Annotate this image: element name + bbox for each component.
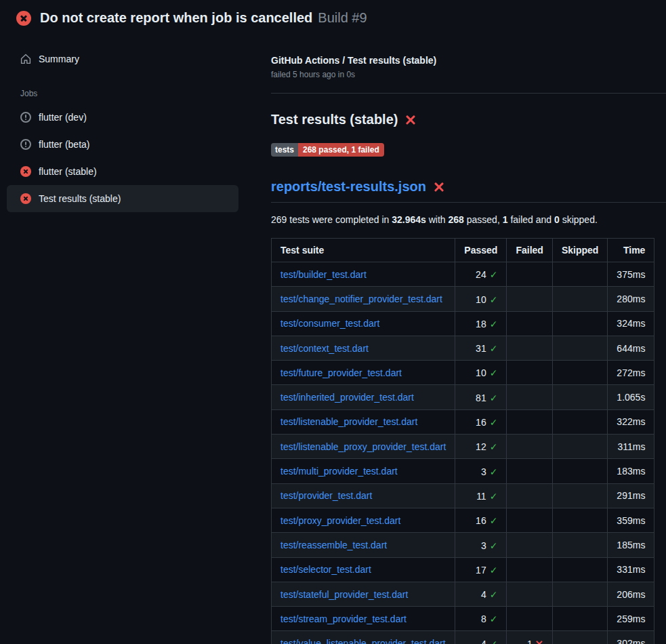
check-icon: ✓ <box>490 317 498 331</box>
time-cell: 324ms <box>608 311 654 336</box>
passed-cell: 3✓ <box>455 533 507 557</box>
table-row: test/provider_test.dart11✓291ms <box>272 483 654 508</box>
test-suite-link[interactable]: test/future_provider_test.dart <box>280 367 402 378</box>
suite-cell: test/change_notifier_provider_test.dart <box>272 287 455 311</box>
summary-prefix: 269 tests were completed in <box>271 214 392 225</box>
test-suite-link[interactable]: test/multi_provider_test.dart <box>280 466 398 477</box>
suite-cell: test/stream_provider_test.dart <box>272 607 455 631</box>
passed-cell: 11✓ <box>455 483 507 508</box>
failed-cell <box>507 557 552 582</box>
test-suite-link[interactable]: test/context_test.dart <box>280 343 369 354</box>
passed-cell: 24✓ <box>455 262 507 287</box>
suite-cell: test/provider_test.dart <box>272 483 455 508</box>
failed-cell <box>507 287 552 311</box>
failed-value: 1 <box>527 637 543 644</box>
skipped-cell <box>552 435 607 459</box>
passed-cell: 17✓ <box>455 557 507 582</box>
build-header: Do not create report when job is cancell… <box>0 0 666 35</box>
table-row: test/reassemble_test.dart3✓185ms <box>272 533 654 557</box>
job-label: flutter (dev) <box>39 112 87 123</box>
table-row: test/stream_provider_test.dart8✓259ms <box>272 607 654 631</box>
test-suite-link[interactable]: test/consumer_test.dart <box>280 318 379 329</box>
section-title: Test results (stable) <box>271 112 666 127</box>
skipped-cell <box>552 631 607 644</box>
passed-cell: 8✓ <box>455 607 507 631</box>
suite-cell: test/stateful_provider_test.dart <box>272 582 455 606</box>
test-suite-link[interactable]: test/value_listenable_provider_test.dart <box>280 638 446 644</box>
summary-duration: 32.964s <box>392 214 426 225</box>
test-suite-link[interactable]: test/provider_test.dart <box>280 490 372 501</box>
passed-cell: 12✓ <box>455 435 507 459</box>
passed-cell: 4✓ <box>455 582 507 606</box>
sidebar-item-flutter-stable[interactable]: flutter (stable) <box>7 158 238 185</box>
skipped-cell <box>552 361 607 385</box>
suite-cell: test/listenable_provider_test.dart <box>272 409 455 434</box>
passed-count: 18 <box>476 317 486 331</box>
header-divider <box>271 93 666 94</box>
suite-cell: test/future_provider_test.dart <box>272 361 455 385</box>
skipped-cell <box>552 311 607 336</box>
failed-cell <box>507 607 552 631</box>
table-row: test/future_provider_test.dart10✓272ms <box>272 361 654 385</box>
summary-failed-suffix: failed and <box>508 214 555 225</box>
time-cell: 331ms <box>608 557 654 582</box>
suite-cell: test/builder_test.dart <box>272 262 455 287</box>
passed-value: 3✓ <box>481 539 498 552</box>
test-suite-link[interactable]: test/change_notifier_provider_test.dart <box>280 294 442 304</box>
table-row: test/change_notifier_provider_test.dart1… <box>272 287 654 311</box>
test-suite-link[interactable]: test/reassemble_test.dart <box>280 540 387 550</box>
results-table-body: test/builder_test.dart24✓375mstest/chang… <box>272 262 654 644</box>
passed-count: 4 <box>481 588 486 601</box>
test-suite-link[interactable]: test/proxy_provider_test.dart <box>280 515 400 526</box>
report-link[interactable]: reports/test-results.json <box>271 179 426 195</box>
sidebar-item-flutter-beta[interactable]: flutter (beta) <box>7 131 238 158</box>
test-suite-link[interactable]: test/stateful_provider_test.dart <box>280 589 408 600</box>
test-suite-link[interactable]: test/stream_provider_test.dart <box>280 613 407 624</box>
suite-cell: test/multi_provider_test.dart <box>272 459 455 483</box>
check-icon: ✓ <box>490 293 498 306</box>
page-layout: Summary Jobs flutter (dev) flutter (beta… <box>0 35 666 644</box>
header-test-suite: Test suite <box>272 239 455 262</box>
suite-cell: test/proxy_provider_test.dart <box>272 508 455 532</box>
time-cell: 291ms <box>608 483 654 508</box>
skipped-cell <box>552 483 607 508</box>
test-suite-link[interactable]: test/listenable_proxy_provider_test.dart <box>280 441 446 452</box>
passed-cell: 10✓ <box>455 287 507 311</box>
sidebar-item-summary[interactable]: Summary <box>7 45 238 73</box>
check-icon: ✓ <box>490 489 498 503</box>
sidebar: Summary Jobs flutter (dev) flutter (beta… <box>0 35 255 212</box>
check-icon: ✓ <box>490 440 498 454</box>
header-skipped: Skipped <box>552 239 607 262</box>
table-row: test/selector_test.dart17✓331ms <box>272 557 654 582</box>
check-icon: ✓ <box>490 637 498 644</box>
section-title-text: Test results (stable) <box>271 112 398 127</box>
check-icon: ✓ <box>490 563 498 577</box>
skipped-cell <box>552 385 607 409</box>
passed-cell: 3✓ <box>455 459 507 483</box>
table-row: test/listenable_proxy_provider_test.dart… <box>272 435 654 459</box>
passed-value: 11✓ <box>476 489 497 503</box>
passed-value: 8✓ <box>481 612 498 626</box>
test-suite-link[interactable]: test/selector_test.dart <box>280 564 371 575</box>
summary-line: 269 tests were completed in 32.964s with… <box>271 214 666 225</box>
passed-count: 12 <box>476 440 486 454</box>
test-suite-link[interactable]: test/inherited_provider_test.dart <box>280 392 414 403</box>
suite-cell: test/consumer_test.dart <box>272 311 455 336</box>
passed-count: 8 <box>481 612 486 626</box>
passed-value: 4✓ <box>481 637 498 644</box>
failed-cell <box>507 262 552 287</box>
suite-cell: test/reassemble_test.dart <box>272 533 455 557</box>
time-cell: 302ms <box>608 631 654 644</box>
passed-cell: 16✓ <box>455 409 507 434</box>
check-icon: ✓ <box>490 366 498 380</box>
cancelled-status-icon <box>20 112 31 123</box>
check-icon: ✓ <box>490 268 498 281</box>
home-icon <box>20 54 31 64</box>
test-suite-link[interactable]: test/builder_test.dart <box>280 269 367 280</box>
failed-x-icon <box>434 182 444 193</box>
summary-label: Summary <box>39 54 79 64</box>
test-suite-link[interactable]: test/listenable_provider_test.dart <box>280 416 417 427</box>
build-number-label: Build #9 <box>318 10 367 26</box>
sidebar-item-flutter-dev[interactable]: flutter (dev) <box>7 104 238 131</box>
sidebar-item-test-results-stable[interactable]: Test results (stable) <box>7 185 238 212</box>
